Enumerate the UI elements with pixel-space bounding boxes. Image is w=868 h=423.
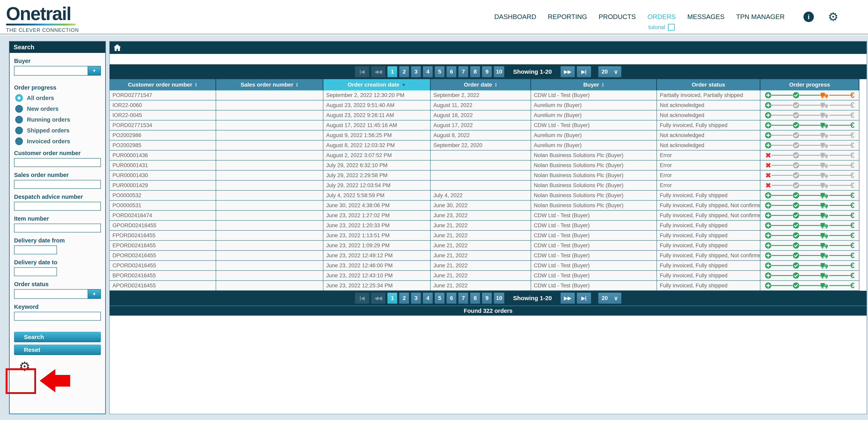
page-button-7[interactable]: 7	[458, 293, 468, 304]
table-row[interactable]: IOR22-0045August 23, 2022 9:26:11 AMAugu…	[110, 110, 859, 121]
page-button-6[interactable]: 6	[446, 293, 457, 304]
table-row[interactable]: IOR22-0060August 23, 2022 9:51:40 AMAugu…	[110, 100, 859, 110]
table-row[interactable]: PUR00001429July 29, 2022 12:03:54 PMNola…	[110, 181, 859, 191]
page-button-2[interactable]: 2	[399, 66, 409, 77]
page-button-1[interactable]: 1	[387, 66, 397, 77]
table-row[interactable]: DPORD02416455June 23, 2022 12:49:12 PMJu…	[110, 251, 859, 261]
page-button-3[interactable]: 3	[411, 66, 421, 77]
table-row[interactable]: GPORD02416455June 23, 2022 1:20:33 PMJun…	[110, 221, 859, 231]
item-number-input[interactable]	[14, 224, 101, 232]
page-button-4[interactable]: 4	[423, 293, 433, 304]
order-status-dropdown-button[interactable]: ▼	[88, 289, 101, 299]
reset-button[interactable]: Reset	[14, 345, 101, 355]
page-button-9[interactable]: 9	[482, 66, 492, 77]
last-page-button[interactable]: ▶|	[577, 66, 591, 77]
radio-button[interactable]	[15, 105, 23, 112]
page-size-select[interactable]: 20∨	[598, 66, 621, 77]
table-row[interactable]: PO2002985August 8, 2022 12:03:32 PMSepte…	[110, 140, 859, 151]
column-header-order-creation-date[interactable]: Order creation date▼	[323, 79, 431, 90]
radio-option-all-orders[interactable]: All orders	[15, 94, 101, 102]
page-button-8[interactable]: 8	[470, 293, 480, 304]
nav-item-dashboard[interactable]: DASHBOARD	[494, 13, 536, 21]
cell-sales-order-number	[216, 181, 323, 190]
table-row[interactable]: PORD02771534August 17, 2022 11:45:16 AMA…	[110, 121, 859, 130]
page-button-5[interactable]: 5	[435, 66, 445, 77]
progress-connector-line	[800, 255, 820, 256]
radio-button[interactable]	[15, 137, 23, 145]
page-button-1[interactable]: 1	[387, 293, 397, 304]
column-header-customer-order-number[interactable]: Customer order number▲▼	[110, 79, 216, 90]
page-button-5[interactable]: 5	[435, 293, 445, 304]
progress-order-icon	[765, 282, 772, 289]
table-row[interactable]: PUR00001436August 2, 2022 3:07:52 PMNola…	[110, 151, 859, 161]
page-button-10[interactable]: 10	[494, 66, 504, 77]
page-button-7[interactable]: 7	[458, 66, 468, 77]
table-row[interactable]: PORD02771547September 2, 2022 12:30:20 P…	[110, 90, 859, 100]
column-header-buyer[interactable]: Buyer▲▼	[531, 79, 657, 90]
table-row[interactable]: PO0000531June 30, 2022 4:38:06 PMJune 30…	[110, 201, 859, 210]
progress-stage	[765, 252, 772, 259]
page-size-select[interactable]: 20∨	[598, 293, 621, 304]
nav-item-reporting[interactable]: REPORTING	[548, 13, 587, 21]
cell-customer-order-number: PUR00001436	[110, 151, 216, 160]
nav-item-messages[interactable]: MESSAGES	[687, 13, 724, 21]
table-row[interactable]: EPORD02416455June 23, 2022 1:09:29 PMJun…	[110, 241, 859, 251]
table-row[interactable]: PO2002986August 9, 2022 1:56:25 PMAugust…	[110, 130, 859, 140]
cell-buyer: CDW Ltd - Test (Buyer)	[531, 281, 657, 290]
despatch-advice-number-input[interactable]	[14, 202, 101, 210]
radio-option-running-orders[interactable]: Running orders	[15, 116, 101, 124]
radio-option-shipped-orders[interactable]: Shipped orders	[15, 127, 101, 134]
radio-option-invoiced-orders[interactable]: Invoiced orders	[15, 137, 101, 145]
sales-order-number-input[interactable]	[14, 180, 101, 189]
radio-button[interactable]	[15, 94, 23, 102]
buyer-dropdown-button[interactable]: ▼	[88, 66, 101, 75]
next-page-button[interactable]: ▶▶	[560, 66, 575, 77]
table-row[interactable]: CPORD02416455June 23, 2022 12:46:00 PMJu…	[110, 261, 859, 271]
nav-item-orders[interactable]: ORDERStutorial	[648, 13, 676, 21]
table-row[interactable]: PUR00001430July 29, 2022 2:29:58 PMNolan…	[110, 170, 859, 181]
nav-item-tpn-manager[interactable]: TPN MANAGER	[736, 13, 785, 21]
page-button-10[interactable]: 10	[494, 293, 504, 304]
cell-customer-order-number: PORD02416474	[110, 210, 216, 220]
search-button[interactable]: Search	[14, 332, 101, 342]
cell-customer-order-number: PUR00001431	[110, 161, 216, 170]
cell-order-status: Fully invoiced, Fully shipped	[657, 221, 761, 230]
tutorial-checkbox[interactable]	[668, 24, 675, 31]
page-button-4[interactable]: 4	[423, 66, 433, 77]
buyer-input[interactable]	[14, 66, 88, 75]
table-row[interactable]: PORD02416474June 23, 2022 1:27:02 PMJune…	[110, 210, 859, 221]
page-button-8[interactable]: 8	[470, 66, 480, 77]
first-page-button[interactable]: |◀	[355, 293, 369, 304]
column-header-order-date[interactable]: Order date▲▼	[431, 79, 531, 90]
table-row[interactable]: APORD02416455June 23, 2022 12:25:34 PMJu…	[110, 281, 859, 291]
next-page-button[interactable]: ▶▶	[560, 293, 575, 304]
keyword-input[interactable]	[14, 312, 101, 321]
radio-button[interactable]	[15, 127, 23, 134]
table-row[interactable]: FPORD02416455June 23, 2022 1:13:51 PMJun…	[110, 231, 859, 241]
first-page-button[interactable]: |◀	[355, 66, 369, 77]
page-button-6[interactable]: 6	[446, 66, 457, 77]
prev-page-button[interactable]: ◀◀	[371, 293, 385, 304]
order-status-label: Order status	[14, 281, 101, 288]
table-row[interactable]: PO0000532July 4, 2022 5:58:59 PMJuly 4, …	[110, 191, 859, 201]
delivery-date-from-input[interactable]	[14, 246, 57, 254]
page-button-2[interactable]: 2	[399, 293, 409, 304]
page-button-3[interactable]: 3	[411, 293, 421, 304]
nav-item-products[interactable]: PRODUCTS	[598, 13, 636, 21]
prev-page-button[interactable]: ◀◀	[371, 66, 385, 77]
table-row[interactable]: BPORD02416455June 23, 2022 12:43:10 PMJu…	[110, 271, 859, 281]
radio-option-new-orders[interactable]: New orders	[15, 105, 101, 112]
order-status-input[interactable]	[14, 289, 88, 299]
table-row[interactable]: PUR00001431July 29, 2022 6:32:10 PMNolan…	[110, 161, 859, 170]
last-page-button[interactable]: ▶|	[577, 293, 591, 304]
delivery-date-to-input[interactable]	[14, 267, 57, 276]
despatch-advice-number-label: Despatch advice number	[14, 194, 101, 200]
column-header-sales-order-number[interactable]: Sales order number▲▼	[216, 79, 323, 90]
info-icon[interactable]: i	[803, 12, 814, 22]
page-button-9[interactable]: 9	[482, 293, 492, 304]
radio-button[interactable]	[15, 116, 23, 124]
progress-shipped-truck-icon	[820, 152, 829, 159]
settings-gear-icon[interactable]: ⚙	[828, 12, 838, 22]
home-icon[interactable]	[113, 44, 121, 51]
customer-order-number-input[interactable]	[14, 158, 101, 167]
